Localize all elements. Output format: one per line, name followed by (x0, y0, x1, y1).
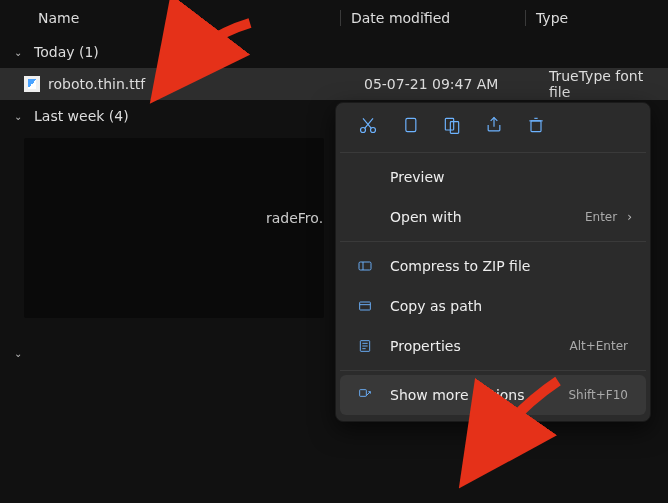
properties-icon (354, 338, 376, 354)
chevron-down-icon: ⌄ (14, 348, 22, 359)
column-header-name[interactable]: Name (10, 10, 340, 26)
menu-item-label: Compress to ZIP file (390, 258, 632, 274)
menu-item-accelerator: Shift+F10 (568, 388, 628, 402)
menu-item-accelerator: Enter (585, 210, 617, 224)
share-icon[interactable] (484, 115, 504, 138)
column-header-type[interactable]: Type (525, 10, 668, 26)
cut-icon[interactable] (358, 115, 378, 138)
context-menu: Preview Open with Enter › Compress to ZI… (335, 102, 651, 422)
group-header-today[interactable]: ⌄ Today (1) (0, 36, 668, 68)
svg-rect-12 (360, 302, 371, 310)
file-type: TrueType font file (539, 68, 668, 100)
menu-item-accelerator: Alt+Enter (569, 339, 628, 353)
svg-line-2 (365, 118, 373, 128)
show-more-icon (354, 387, 376, 403)
column-header-date-modified[interactable]: ⌄ Date modified (340, 10, 525, 26)
svg-rect-7 (531, 121, 541, 132)
file-name: roboto.thin.ttf (48, 76, 354, 92)
menu-item-label: Copy as path (390, 298, 632, 314)
truncated-filename: radeFro. (266, 210, 323, 226)
menu-item-preview[interactable]: Preview (340, 157, 646, 197)
menu-item-show-more-options[interactable]: Show more options Shift+F10 (340, 375, 646, 415)
menu-item-properties[interactable]: Properties Alt+Enter (340, 326, 646, 366)
menu-separator (340, 241, 646, 242)
menu-item-label: Show more options (390, 387, 568, 403)
menu-separator (340, 152, 646, 153)
copy-path-icon (354, 298, 376, 314)
svg-line-3 (363, 118, 371, 128)
group-label: Last week (4) (34, 108, 129, 124)
file-row[interactable]: roboto.thin.ttf 05-07-21 09:47 AM TrueTy… (0, 68, 668, 100)
group-label: Today (1) (34, 44, 99, 60)
svg-rect-6 (450, 122, 458, 134)
chevron-down-icon: ⌄ (14, 47, 28, 58)
chevron-down-icon: ⌄ (14, 111, 28, 122)
svg-rect-5 (445, 118, 453, 130)
delete-icon[interactable] (526, 115, 546, 138)
font-file-icon (24, 76, 40, 92)
thumbnail-area: radeFro. (24, 138, 324, 318)
menu-item-label: Open with (390, 209, 585, 225)
menu-item-compress-zip[interactable]: Compress to ZIP file (340, 246, 646, 286)
menu-separator (340, 370, 646, 371)
chevron-right-icon: › (627, 210, 632, 224)
zip-icon (354, 258, 376, 274)
copy-multiple-icon[interactable] (442, 115, 462, 138)
sort-indicator-icon: ⌄ (421, 6, 429, 17)
menu-item-label: Preview (390, 169, 632, 185)
file-date: 05-07-21 09:47 AM (354, 76, 539, 92)
menu-item-label: Properties (390, 338, 569, 354)
copy-icon[interactable] (400, 115, 420, 138)
svg-rect-18 (360, 390, 367, 397)
menu-item-copy-as-path[interactable]: Copy as path (340, 286, 646, 326)
svg-rect-10 (359, 262, 371, 270)
menu-item-open-with[interactable]: Open with Enter › (340, 197, 646, 237)
column-header-date-label: Date modified (351, 10, 450, 26)
svg-rect-4 (406, 118, 416, 131)
